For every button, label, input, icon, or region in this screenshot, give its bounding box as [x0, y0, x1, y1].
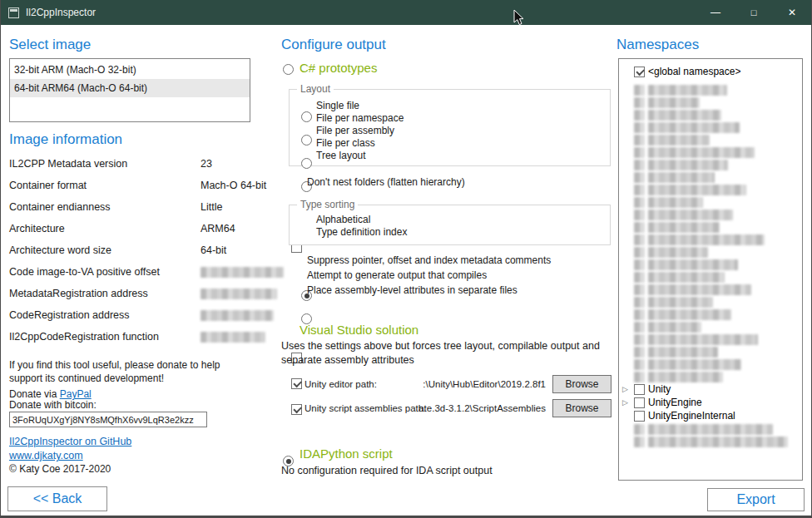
info-row-label: Container format: [9, 180, 87, 191]
namespace-item-redacted[interactable]: [622, 109, 721, 121]
namespace-item-redacted[interactable]: [622, 184, 746, 195]
maximize-button[interactable]: □: [735, 0, 773, 25]
namespace-item-redacted[interactable]: [622, 346, 718, 358]
expander-unityengine-icon[interactable]: ▷: [622, 397, 631, 408]
namespace-item-redacted[interactable]: [622, 96, 700, 108]
namespace-item-redacted[interactable]: [622, 234, 765, 245]
namespace-item-redacted[interactable]: [622, 146, 755, 158]
info-row-label: IL2CPP Metadata version: [9, 158, 127, 170]
namespace-item-redacted[interactable]: [622, 221, 720, 233]
group-layout-label: Layout: [297, 83, 334, 95]
namespace-item-redacted[interactable]: [622, 371, 723, 382]
checkbox-unityengineinternal[interactable]: [634, 411, 645, 422]
namespace-item-unity[interactable]: ▷ Unity: [622, 383, 671, 395]
image-list-item-selected[interactable]: 64-bit ARM64 (Mach-O 64-bit): [10, 79, 250, 97]
namespace-item-redacted[interactable]: [622, 284, 751, 295]
window-title: Il2CppInspector: [26, 7, 96, 18]
checkbox-generate-compilable[interactable]: [291, 378, 302, 389]
checkbox-unityengine[interactable]: [634, 397, 645, 408]
namespace-item-redacted[interactable]: [622, 308, 731, 320]
checkbox-generate-compilable-label[interactable]: Attempt to generate output that compiles: [307, 269, 487, 281]
namespace-item-redacted[interactable]: [622, 271, 725, 283]
minimize-button[interactable]: —: [696, 0, 735, 25]
info-row-label: Architecture word size: [9, 244, 111, 256]
info-row-value: ARM64: [201, 223, 235, 234]
image-list: 32-bit ARM (Mach-O 32-bit) 64-bit ARM64 …: [9, 58, 250, 122]
back-button[interactable]: << Back: [7, 486, 107, 511]
paypal-prefix: Donate via: [9, 388, 60, 400]
namespace-item-redacted[interactable]: [622, 171, 715, 183]
info-row-label: MetadataRegistration address: [9, 288, 148, 299]
namespace-item-redacted[interactable]: [622, 196, 703, 208]
namespace-item-redacted[interactable]: [622, 134, 710, 146]
radio-file-per-assembly[interactable]: [301, 158, 312, 169]
checkbox-unity[interactable]: [634, 384, 645, 395]
radio-tree-layout-label[interactable]: Tree layout: [316, 150, 366, 161]
info-row-value-redacted: [201, 289, 277, 299]
expander-unity-icon[interactable]: ▷: [622, 383, 631, 395]
info-row-value-redacted: [201, 267, 284, 278]
info-row-label: Code image-to-VA positive offset: [9, 266, 160, 278]
radio-visual-studio-solution-label[interactable]: Visual Studio solution: [300, 323, 418, 337]
namespace-list: <global namespace> ▷ Unity ▷: [618, 58, 803, 481]
close-button[interactable]: ✕: [773, 0, 811, 25]
radio-single-file[interactable]: [301, 111, 312, 122]
namespace-item-redacted[interactable]: [622, 121, 740, 133]
radio-csharp-prototypes[interactable]: [283, 64, 294, 75]
namespace-item-redacted[interactable]: [622, 246, 708, 258]
bitcoin-label: Donate with bitcoin:: [9, 399, 97, 411]
checkbox-global-namespace[interactable]: [634, 67, 645, 77]
ida-description: No configuration required for IDA script…: [281, 465, 493, 476]
paypal-link[interactable]: PayPal: [60, 388, 92, 400]
checkbox-separate-attributes-label[interactable]: Place assembly-level attributes in separ…: [307, 284, 517, 296]
namespace-item-unityengineinternal[interactable]: UnityEngineInternal: [622, 410, 735, 422]
namespace-item-redacted[interactable]: [622, 333, 758, 345]
website-link[interactable]: www.djkaty.com: [9, 450, 83, 461]
info-row-value-redacted: [201, 332, 265, 343]
namespace-item-redacted[interactable]: [622, 159, 728, 170]
image-info-header: Image information: [9, 131, 122, 148]
namespace-item-redacted[interactable]: [622, 321, 701, 333]
info-row-value: Little: [201, 201, 222, 213]
export-button[interactable]: Export: [707, 488, 805, 511]
mouse-cursor: [513, 9, 525, 26]
image-list-item[interactable]: 32-bit ARM (Mach-O 32-bit): [10, 61, 250, 79]
radio-file-per-assembly-label[interactable]: File per assembly: [316, 125, 394, 136]
checkbox-separate-attributes[interactable]: [291, 404, 302, 415]
namespaces-header: Namespaces: [616, 37, 699, 53]
browse-unity-editor-button[interactable]: Browse: [552, 375, 611, 393]
namespace-item-redacted[interactable]: [622, 84, 727, 96]
copyright-text: © Katy Coe 2017-2020: [9, 463, 111, 475]
app-icon: [8, 7, 19, 18]
radio-type-definition-index-label[interactable]: Type definition index: [316, 226, 407, 238]
namespace-item-global[interactable]: <global namespace>: [622, 66, 740, 77]
bitcoin-address-input[interactable]: [9, 412, 207, 427]
namespace-item-label: Unity: [648, 383, 671, 395]
namespace-item-redacted[interactable]: [622, 423, 773, 435]
configure-output-header: Configure output: [281, 37, 386, 53]
radio-file-per-class-label[interactable]: File per class: [316, 137, 375, 149]
unity-editor-path-value: :\Unity\Hub\Editor\2019.2.8f1: [423, 379, 546, 389]
radio-single-file-label[interactable]: Single file: [316, 100, 359, 111]
info-row-label: Architecture: [9, 223, 65, 234]
title-bar[interactable]: Il2CppInspector — □ ✕: [1, 0, 811, 25]
radio-file-per-namespace-label[interactable]: File per namespace: [316, 112, 404, 124]
namespace-item-label: <global namespace>: [648, 66, 740, 77]
namespace-item-redacted[interactable]: [622, 436, 788, 447]
radio-file-per-namespace[interactable]: [301, 135, 312, 146]
namespace-item-unityengine[interactable]: ▷ UnityEngine: [622, 397, 702, 408]
namespace-item-redacted[interactable]: [622, 296, 713, 308]
info-row-value: 64-bit: [201, 244, 226, 256]
radio-csharp-prototypes-label[interactable]: C# prototypes: [300, 61, 377, 75]
namespace-item-redacted[interactable]: [622, 209, 733, 220]
github-link[interactable]: Il2CppInspector on GitHub: [9, 436, 131, 447]
checkbox-flatten-label[interactable]: Don't nest folders (flatten hierarchy): [307, 176, 465, 188]
radio-alphabetical-label[interactable]: Alphabetical: [316, 214, 370, 225]
checkbox-suppress-comments-label[interactable]: Suppress pointer, offset and index metad…: [307, 254, 551, 266]
unity-editor-path-label: Unity editor path:: [304, 379, 377, 389]
browse-script-assemblies-button[interactable]: Browse: [552, 399, 611, 417]
namespace-item-redacted[interactable]: [622, 358, 741, 370]
group-type-sorting-label: Type sorting: [297, 199, 358, 210]
radio-idapython-script-label[interactable]: IDAPython script: [300, 446, 393, 461]
namespace-item-redacted[interactable]: [622, 259, 738, 270]
